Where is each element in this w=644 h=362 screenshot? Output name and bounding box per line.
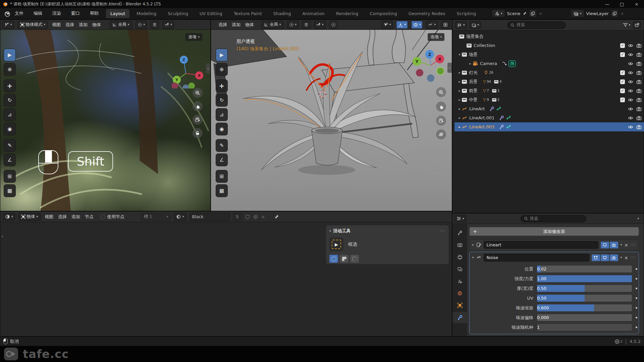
tab-tool[interactable]	[452, 227, 467, 239]
select-mode-subtract-button[interactable]	[350, 255, 359, 263]
axis-gizmo[interactable]: Z Y X	[410, 43, 451, 85]
hide-eye-icon[interactable]	[628, 88, 633, 94]
expand-chevron[interactable]: ▸	[457, 71, 462, 74]
selectability-dropdown[interactable]: ▾	[381, 21, 393, 29]
expand-chevron[interactable]: ▸	[472, 243, 474, 246]
display-realtime-toggle[interactable]	[601, 254, 609, 261]
overlays-toggle[interactable]: ▾	[411, 21, 423, 29]
sidebar-collapse-3d-viewport[interactable]: ‹	[447, 63, 452, 73]
add-modifier-button[interactable]: + 添加修改器	[469, 227, 639, 236]
display-realtime-toggle[interactable]	[601, 242, 609, 248]
hide-eye-icon[interactable]	[628, 79, 633, 84]
tool-rotate[interactable]: ↻	[4, 94, 16, 107]
tool-annotate[interactable]: ✎	[216, 139, 228, 152]
expand-chevron[interactable]: ▸	[468, 62, 473, 65]
render-camera-icon[interactable]	[636, 79, 642, 84]
orthographic-toggle-button[interactable]	[436, 129, 446, 139]
tab-render[interactable]	[452, 239, 467, 251]
tool-select-box[interactable]: ▶	[216, 49, 228, 61]
menu-add[interactable]: 添加	[78, 21, 88, 29]
scene-browse-button[interactable]: ▾	[492, 9, 505, 17]
outliner-row-scene-collection[interactable]: 场景集合	[454, 32, 644, 41]
hide-eye-icon[interactable]	[628, 61, 633, 66]
options-dropdown[interactable]: 选项▾	[428, 33, 444, 41]
outliner-row-scene[interactable]: ▾ 场景 ✓	[454, 50, 644, 59]
animate-dot[interactable]	[636, 278, 637, 280]
tool-scale[interactable]: ⊿	[4, 108, 16, 121]
viewlayer-new-button[interactable]	[611, 9, 619, 17]
exclude-checkbox[interactable]: ✓	[620, 79, 625, 84]
delete-modifier-icon[interactable]: ×	[624, 242, 628, 248]
new-collection-button[interactable]	[633, 21, 641, 29]
render-camera-icon[interactable]	[636, 52, 642, 57]
tab-world[interactable]	[452, 288, 467, 299]
camera-view-button[interactable]	[193, 115, 203, 125]
options-dropdown[interactable]: 选项▾	[185, 33, 202, 41]
hide-eye-icon[interactable]	[628, 97, 633, 103]
render-camera-icon[interactable]	[636, 70, 642, 75]
sidebar-collapse-left-viewport[interactable]: ‹	[206, 63, 210, 73]
expand-chevron[interactable]: ▸	[457, 89, 462, 93]
material-users-button[interactable]: 5	[233, 213, 242, 221]
render-camera-icon[interactable]	[636, 97, 642, 103]
snap-toggle[interactable]	[150, 21, 159, 29]
snap-target-dropdown[interactable]: ▾	[162, 21, 174, 29]
outliner-row-lights[interactable]: ▸ 灯光 26 ✓	[454, 68, 644, 77]
menu-add[interactable]: 添加	[231, 21, 241, 29]
noise-scale-slider[interactable]: 0.600	[537, 304, 632, 312]
menu-add[interactable]: 添加	[71, 213, 81, 221]
display-render-toggle[interactable]	[610, 242, 618, 248]
drag-handle-icon[interactable]: ∷∷	[631, 243, 636, 247]
animate-dot[interactable]	[636, 326, 637, 328]
extras-chevron[interactable]: ▾	[621, 243, 622, 246]
tab-layout[interactable]: Layout	[106, 9, 129, 18]
snap-toggle[interactable]	[302, 21, 311, 29]
tool-cursor[interactable]: ⊕	[4, 63, 16, 76]
outliner-row-midground[interactable]: ▸ 中景 ▽ 9 3 ✓	[454, 95, 644, 104]
menu-object[interactable]: 物体	[245, 21, 255, 29]
factor-slider[interactable]: 1.00	[537, 275, 632, 283]
tool-transform[interactable]: ◉	[4, 123, 16, 135]
scene-name[interactable]: Scene	[507, 11, 521, 16]
snap-target-dropdown[interactable]: ▾	[314, 21, 326, 29]
tool-measure[interactable]: ∠	[4, 154, 16, 166]
menu-file[interactable]: 文件	[14, 9, 24, 17]
hide-eye-icon[interactable]	[628, 124, 633, 130]
delete-modifier-icon[interactable]: ×	[624, 255, 628, 260]
copy-icon[interactable]	[253, 215, 258, 219]
exclude-checkbox[interactable]: ✓	[620, 52, 625, 57]
render-camera-icon[interactable]	[636, 106, 642, 112]
tool-add-primitive[interactable]: ⊞	[4, 170, 16, 183]
filter-dropdown[interactable]: ▾	[623, 22, 630, 27]
tool-cursor[interactable]: ⊕	[216, 63, 228, 76]
tab-shading[interactable]: Shading	[269, 9, 296, 18]
drag-handle-icon[interactable]: ∷∷	[631, 255, 636, 260]
noise-offset-slider[interactable]: 0.000	[537, 314, 632, 321]
tool-move[interactable]: +	[216, 79, 228, 92]
render-camera-icon[interactable]	[636, 61, 642, 66]
tab-scene[interactable]	[452, 276, 467, 287]
outliner-row-collection[interactable]: Collection ✓	[454, 41, 644, 50]
viewlayer-name[interactable]: ViewLayer	[586, 11, 609, 16]
menu-select[interactable]: 选择	[65, 21, 75, 29]
modifier-name-field[interactable]: Lineart	[484, 241, 598, 249]
shader-type-dropdown[interactable]: 物体▾	[18, 213, 41, 221]
render-camera-icon[interactable]	[636, 124, 642, 130]
gizmos-toggle[interactable]: ▾	[396, 21, 408, 29]
display-editmode-toggle[interactable]	[592, 254, 600, 261]
editor-type-button[interactable]: ▾	[454, 215, 466, 222]
display-render-toggle[interactable]	[610, 254, 618, 261]
drag-handle-icon[interactable]: ∷∷	[440, 229, 445, 233]
noise-seed-field[interactable]: 1	[537, 323, 632, 331]
tab-uv-editing[interactable]: UV Editing	[195, 9, 227, 18]
proportional-edit-toggle[interactable]	[329, 21, 338, 29]
blender-menu-icon[interactable]	[4, 10, 11, 17]
outliner-row-background[interactable]: ▸ 后景 ▽ 94 4 ✓	[454, 77, 644, 86]
mode-dropdown[interactable]: 物体模式▾	[17, 21, 48, 29]
hide-eye-icon[interactable]	[628, 70, 633, 75]
tab-sculpting[interactable]: Sculpting	[163, 9, 193, 18]
render-camera-icon[interactable]	[636, 43, 642, 48]
outliner-row-foreground[interactable]: ▸ 前景 ▽ 7 3 ✓	[454, 86, 644, 95]
tab-geometry-nodes[interactable]: Geometry Nodes	[404, 9, 450, 18]
editor-type-button[interactable]: ▾	[2, 21, 14, 29]
